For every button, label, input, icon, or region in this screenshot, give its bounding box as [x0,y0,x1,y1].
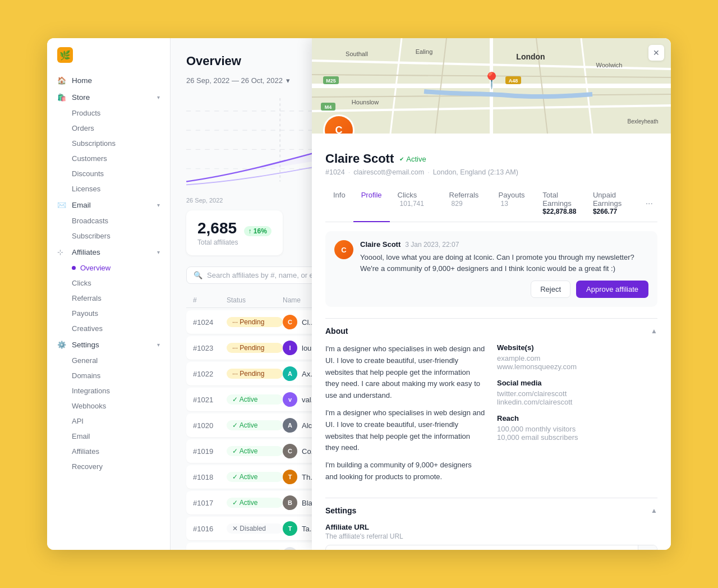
sidebar-item-domains[interactable]: Domains [47,368,170,383]
message-actions: Reject Approve affiliate [360,281,648,298]
sidebar-item-discounts[interactable]: Discounts [47,166,170,181]
affiliates-children: Overview Clicks Referrals Payouts Creati… [47,260,170,336]
status-badge: ··· Pending [227,317,283,327]
status-badge: ✓ Active [227,446,283,456]
sidebar-item-integrations[interactable]: Integrations [47,383,170,398]
tab-clicks[interactable]: Clicks 101,741 [390,185,441,222]
row-avatar: C [283,315,297,329]
status-badge: ✓ Active [227,498,283,508]
reach-section: Reach 100,000 monthly visitors 10,000 em… [497,414,657,442]
row-id: #1018 [193,473,227,481]
message-text: Yooool, love what you are doing at Iconi… [360,252,648,274]
app-logo-icon: 🌿 [57,47,73,63]
row-id: #1019 [193,447,227,456]
sidebar-item-general[interactable]: General [47,353,170,368]
total-affiliates-number: 2,685 [197,219,237,237]
more-icon: ··· [646,199,653,209]
stats-label: Total affiliates [197,238,271,246]
map-header: M25 M4 A48 Southall Ealing London Hounsl… [312,38,671,134]
email-icon: ✉️ [57,200,66,209]
message-header: Claire Scott 3 Jan 2023, 22:07 [360,240,648,249]
status-badge: ✓ Active [227,420,283,430]
row-avatar: A [283,418,297,433]
reject-button[interactable]: Reject [531,281,570,298]
panel-body: Claire Scott ✔ Active #1024 · clairescot… [312,134,671,550]
about-right: Website(s) example.com www.lemonsqueezy.… [497,343,657,489]
sidebar-item-licenses[interactable]: Licenses [47,181,170,196]
status-badge: ··· Pending [227,343,283,353]
sidebar-item-broadcasts[interactable]: Broadcasts [47,213,170,228]
profile-header: Claire Scott ✔ Active #1024 · clairescot… [325,134,657,176]
profile-name: Claire Scott [325,151,394,166]
svg-text:Ealing: Ealing [416,48,433,55]
sidebar-item-referrals[interactable]: Referrals [47,291,170,306]
sidebar-item-payouts[interactable]: Payouts [47,306,170,321]
row-avatar: l [283,341,297,355]
sidebar-item-orders[interactable]: Orders [47,121,170,136]
message-card: C Claire Scott 3 Jan 2023, 22:07 Yooool,… [325,231,657,307]
about-section-header[interactable]: About ▲ [325,318,657,343]
sidebar-item-affiliates[interactable]: ⊹ Affiliates ▾ [47,244,170,260]
active-status-badge: ✔ Active [399,155,426,163]
row-id: #1020 [193,421,227,430]
tab-unpaid-earnings[interactable]: Unpaid Earnings $266.77 [585,185,641,222]
status-badge: ✓ Active [227,472,283,482]
calendar-icon: ▾ [286,76,290,85]
sidebar: 🌿 🏠 Home 🛍️ Store ▾ Products Orders Subs… [47,38,171,550]
row-id: #1022 [193,370,227,378]
store-children: Products Orders Subscriptions Customers … [47,105,170,196]
about-bio: I'm a designer who specialises in web de… [325,343,486,489]
sidebar-item-api[interactable]: API [47,414,170,429]
growth-badge: ↑ 16% [244,226,271,236]
sidebar-item-subscriptions[interactable]: Subscriptions [47,136,170,151]
store-chevron: ▾ [157,94,160,100]
tab-payouts[interactable]: Payouts 13 [491,185,535,222]
more-options-button[interactable]: ··· [641,185,657,222]
close-panel-button[interactable]: ✕ [648,45,664,61]
sidebar-item-settings[interactable]: ⚙️ Settings ▾ [47,336,170,353]
copy-url-button[interactable]: ⧉ [638,545,657,550]
sidebar-item-products[interactable]: Products [47,105,170,121]
settings-section-header[interactable]: Settings ▲ [325,498,657,523]
message-avatar: C [334,240,353,259]
email-chevron: ▾ [157,202,160,208]
profile-meta: #1024 · clairescott@email.com · London, … [325,168,657,176]
sidebar-item-email-settings[interactable]: Email [47,429,170,444]
sidebar-item-store[interactable]: 🛍️ Store ▾ [47,89,170,105]
row-id: #1021 [193,396,227,404]
sidebar-item-affiliates-settings[interactable]: Affiliates [47,444,170,459]
tab-profile[interactable]: Profile [353,185,390,222]
about-content: I'm a designer who specialises in web de… [325,343,657,489]
row-avatar: C [283,444,297,458]
sidebar-item-overview[interactable]: Overview [47,260,170,275]
settings-icon: ⚙️ [57,340,66,349]
sidebar-item-home[interactable]: 🏠 Home [47,72,170,89]
status-badge: ✓ Active [227,549,283,550]
svg-text:Woolwich: Woolwich [596,62,623,68]
row-id: #1017 [193,499,227,507]
tab-total-earnings[interactable]: Total Earnings $22,878.88 [535,185,585,222]
active-dot-icon: ✔ [399,156,404,162]
svg-text:M25: M25 [326,78,336,84]
sidebar-item-email[interactable]: ✉️ Email ▾ [47,196,170,213]
app-window: 🌿 🏠 Home 🛍️ Store ▾ Products Orders Subs… [47,38,671,550]
tab-referrals[interactable]: Referrals 829 [441,185,491,222]
sidebar-item-clicks[interactable]: Clicks [47,275,170,291]
outer-frame: 🌿 🏠 Home 🛍️ Store ▾ Products Orders Subs… [34,25,684,563]
social-section: Social media twitter.com/clairescott lin… [497,379,657,406]
sidebar-item-recovery[interactable]: Recovery [47,459,170,474]
sidebar-item-webhooks[interactable]: Webhooks [47,398,170,414]
sidebar-item-subscribers[interactable]: Subscribers [47,228,170,244]
row-avatar: B [283,495,297,510]
approve-affiliate-button[interactable]: Approve affiliate [576,281,648,298]
sidebar-logo: 🌿 [47,47,170,72]
tab-info[interactable]: Info [325,185,353,222]
settings-chevron-icon: ▲ [651,507,657,514]
profile-name-row: Claire Scott ✔ Active [325,151,657,166]
affiliate-url-input: https://iconic.lemonsqueezy.com/?ref=102… [325,545,657,550]
sidebar-item-creatives[interactable]: Creatives [47,321,170,336]
row-id: #1016 [193,525,227,533]
row-avatar: v [283,392,297,407]
map-pin: 📍 [482,71,501,90]
sidebar-item-customers[interactable]: Customers [47,151,170,166]
